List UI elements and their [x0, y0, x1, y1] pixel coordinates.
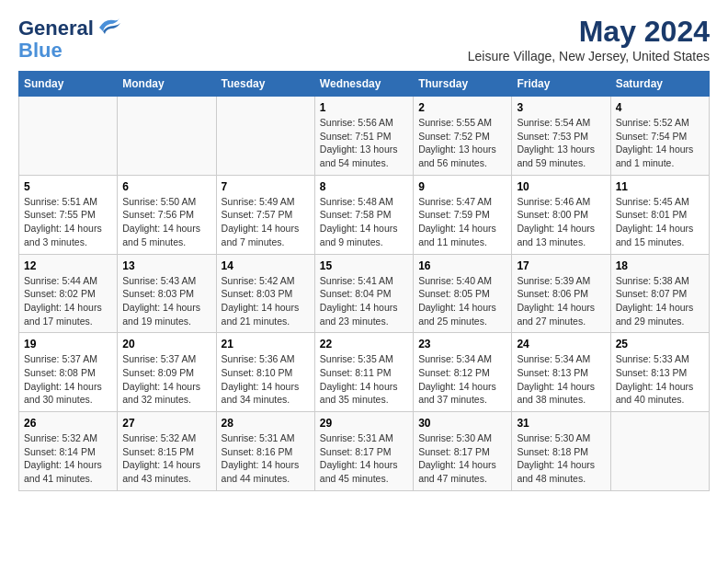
day-info: Sunrise: 5:37 AM Sunset: 8:09 PM Dayligh…	[122, 352, 210, 407]
calendar-cell: 1Sunrise: 5:56 AM Sunset: 7:51 PM Daylig…	[314, 97, 413, 176]
day-info: Sunrise: 5:43 AM Sunset: 8:03 PM Dayligh…	[122, 274, 210, 328]
day-number: 29	[320, 417, 408, 430]
calendar-cell: 16Sunrise: 5:40 AM Sunset: 8:05 PM Dayli…	[414, 254, 512, 333]
logo-text: General	[18, 15, 121, 40]
calendar-cell: 20Sunrise: 5:37 AM Sunset: 8:09 PM Dayli…	[118, 333, 216, 412]
day-header-tuesday: Tuesday	[216, 72, 314, 97]
calendar-cell: 24Sunrise: 5:34 AM Sunset: 8:13 PM Dayli…	[512, 333, 610, 412]
calendar-week-2: 5Sunrise: 5:51 AM Sunset: 7:55 PM Daylig…	[19, 175, 710, 254]
calendar-cell: 5Sunrise: 5:51 AM Sunset: 7:55 PM Daylig…	[19, 175, 118, 254]
logo: General Blue	[18, 15, 121, 62]
day-number: 7	[222, 180, 310, 193]
calendar-table: SundayMondayTuesdayWednesdayThursdayFrid…	[18, 71, 710, 491]
day-header-wednesday: Wednesday	[314, 72, 413, 97]
day-number: 11	[616, 180, 704, 193]
calendar-week-1: 1Sunrise: 5:56 AM Sunset: 7:51 PM Daylig…	[19, 97, 710, 176]
day-number: 21	[222, 338, 310, 350]
day-number: 19	[24, 338, 112, 350]
day-info: Sunrise: 5:48 AM Sunset: 7:58 PM Dayligh…	[320, 195, 408, 249]
calendar-week-5: 26Sunrise: 5:32 AM Sunset: 8:14 PM Dayli…	[19, 412, 710, 491]
main-title: May 2024	[468, 15, 710, 49]
calendar-cell: 27Sunrise: 5:32 AM Sunset: 8:15 PM Dayli…	[118, 412, 216, 491]
day-header-sunday: Sunday	[19, 72, 118, 97]
day-number: 22	[320, 338, 408, 350]
day-info: Sunrise: 5:35 AM Sunset: 8:11 PM Dayligh…	[320, 352, 408, 407]
day-number: 18	[616, 259, 704, 272]
day-info: Sunrise: 5:33 AM Sunset: 8:13 PM Dayligh…	[616, 352, 704, 407]
calendar-cell	[19, 97, 118, 176]
calendar-cell	[610, 412, 709, 491]
day-number: 25	[616, 338, 704, 350]
calendar-cell: 3Sunrise: 5:54 AM Sunset: 7:53 PM Daylig…	[512, 97, 610, 176]
calendar-week-4: 19Sunrise: 5:37 AM Sunset: 8:08 PM Dayli…	[19, 333, 710, 412]
calendar-cell: 9Sunrise: 5:47 AM Sunset: 7:59 PM Daylig…	[414, 175, 512, 254]
calendar-cell: 29Sunrise: 5:31 AM Sunset: 8:17 PM Dayli…	[314, 412, 413, 491]
calendar-cell: 23Sunrise: 5:34 AM Sunset: 8:12 PM Dayli…	[414, 333, 512, 412]
calendar-cell	[216, 97, 314, 176]
day-number: 12	[24, 259, 112, 272]
calendar-cell: 8Sunrise: 5:48 AM Sunset: 7:58 PM Daylig…	[314, 175, 413, 254]
day-info: Sunrise: 5:31 AM Sunset: 8:17 PM Dayligh…	[320, 431, 408, 486]
day-info: Sunrise: 5:49 AM Sunset: 7:57 PM Dayligh…	[222, 195, 310, 249]
calendar-cell: 25Sunrise: 5:33 AM Sunset: 8:13 PM Dayli…	[610, 333, 709, 412]
day-number: 9	[418, 180, 506, 193]
calendar-week-3: 12Sunrise: 5:44 AM Sunset: 8:02 PM Dayli…	[19, 254, 710, 333]
day-info: Sunrise: 5:30 AM Sunset: 8:18 PM Dayligh…	[517, 431, 605, 486]
day-info: Sunrise: 5:38 AM Sunset: 8:07 PM Dayligh…	[616, 274, 704, 328]
day-number: 17	[517, 259, 605, 272]
day-number: 16	[418, 259, 506, 272]
title-area: May 2024 Leisure Village, New Jersey, Un…	[468, 15, 710, 63]
day-number: 27	[122, 417, 210, 430]
day-info: Sunrise: 5:46 AM Sunset: 8:00 PM Dayligh…	[517, 195, 605, 249]
calendar-cell: 4Sunrise: 5:52 AM Sunset: 7:54 PM Daylig…	[610, 97, 709, 176]
day-info: Sunrise: 5:54 AM Sunset: 7:53 PM Dayligh…	[517, 116, 605, 170]
day-number: 20	[122, 338, 210, 350]
day-number: 26	[24, 417, 112, 430]
day-info: Sunrise: 5:47 AM Sunset: 7:59 PM Dayligh…	[418, 195, 506, 249]
day-info: Sunrise: 5:50 AM Sunset: 7:56 PM Dayligh…	[122, 195, 210, 249]
day-info: Sunrise: 5:44 AM Sunset: 8:02 PM Dayligh…	[24, 274, 112, 328]
calendar-cell: 6Sunrise: 5:50 AM Sunset: 7:56 PM Daylig…	[118, 175, 216, 254]
calendar-cell: 18Sunrise: 5:38 AM Sunset: 8:07 PM Dayli…	[610, 254, 709, 333]
day-number: 24	[517, 338, 605, 350]
day-info: Sunrise: 5:32 AM Sunset: 8:15 PM Dayligh…	[122, 431, 210, 486]
day-info: Sunrise: 5:32 AM Sunset: 8:14 PM Dayligh…	[24, 431, 112, 486]
day-info: Sunrise: 5:39 AM Sunset: 8:06 PM Dayligh…	[517, 274, 605, 328]
day-number: 30	[418, 417, 506, 430]
day-info: Sunrise: 5:42 AM Sunset: 8:03 PM Dayligh…	[222, 274, 310, 328]
day-number: 10	[517, 180, 605, 193]
calendar-cell: 12Sunrise: 5:44 AM Sunset: 8:02 PM Dayli…	[19, 254, 118, 333]
day-number: 4	[616, 101, 704, 114]
day-number: 1	[320, 101, 408, 114]
day-number: 23	[418, 338, 506, 350]
day-number: 31	[517, 417, 605, 430]
calendar-cell: 7Sunrise: 5:49 AM Sunset: 7:57 PM Daylig…	[216, 175, 314, 254]
calendar-cell	[118, 97, 216, 176]
calendar-cell: 22Sunrise: 5:35 AM Sunset: 8:11 PM Dayli…	[314, 333, 413, 412]
calendar-cell: 30Sunrise: 5:30 AM Sunset: 8:17 PM Dayli…	[414, 412, 512, 491]
day-header-thursday: Thursday	[414, 72, 512, 97]
day-info: Sunrise: 5:55 AM Sunset: 7:52 PM Dayligh…	[418, 116, 506, 170]
logo-text-blue: Blue	[18, 40, 121, 62]
day-number: 6	[122, 180, 210, 193]
subtitle: Leisure Village, New Jersey, United Stat…	[468, 49, 710, 63]
calendar-cell: 11Sunrise: 5:45 AM Sunset: 8:01 PM Dayli…	[610, 175, 709, 254]
day-number: 2	[418, 101, 506, 114]
calendar-cell: 15Sunrise: 5:41 AM Sunset: 8:04 PM Dayli…	[314, 254, 413, 333]
day-header-saturday: Saturday	[610, 72, 709, 97]
days-header-row: SundayMondayTuesdayWednesdayThursdayFrid…	[19, 72, 710, 97]
calendar-cell: 2Sunrise: 5:55 AM Sunset: 7:52 PM Daylig…	[414, 97, 512, 176]
header: General Blue May 2024 Leisure Village, N…	[18, 15, 710, 63]
day-number: 8	[320, 180, 408, 193]
day-header-monday: Monday	[118, 72, 216, 97]
day-info: Sunrise: 5:31 AM Sunset: 8:16 PM Dayligh…	[222, 431, 310, 486]
day-info: Sunrise: 5:45 AM Sunset: 8:01 PM Dayligh…	[616, 195, 704, 249]
day-info: Sunrise: 5:36 AM Sunset: 8:10 PM Dayligh…	[222, 352, 310, 407]
calendar-cell: 17Sunrise: 5:39 AM Sunset: 8:06 PM Dayli…	[512, 254, 610, 333]
calendar-cell: 31Sunrise: 5:30 AM Sunset: 8:18 PM Dayli…	[512, 412, 610, 491]
day-info: Sunrise: 5:34 AM Sunset: 8:13 PM Dayligh…	[517, 352, 605, 407]
day-info: Sunrise: 5:56 AM Sunset: 7:51 PM Dayligh…	[320, 116, 408, 170]
day-number: 28	[222, 417, 310, 430]
day-info: Sunrise: 5:52 AM Sunset: 7:54 PM Dayligh…	[616, 116, 704, 170]
day-info: Sunrise: 5:34 AM Sunset: 8:12 PM Dayligh…	[418, 352, 506, 407]
